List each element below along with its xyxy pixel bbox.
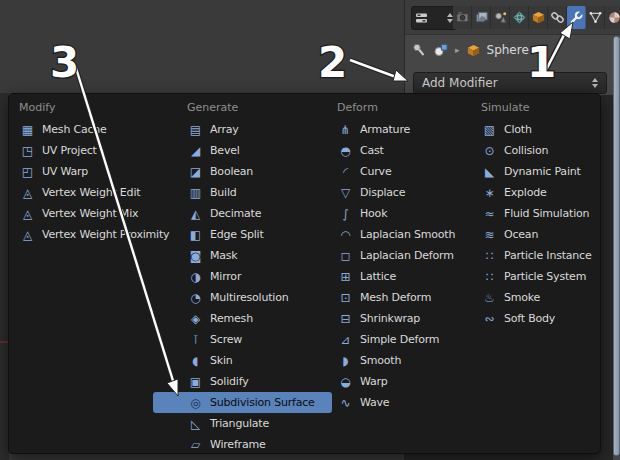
tab-render-layers[interactable] <box>472 6 491 29</box>
displace-icon: ▽ <box>337 186 354 200</box>
solidify-icon: ▣ <box>187 375 204 389</box>
menu-item-skin[interactable]: ◖Skin <box>187 350 332 371</box>
menu-item-laplacian-deform[interactable]: ◻Laplacian Deform <box>337 245 455 266</box>
tab-modifiers[interactable] <box>567 6 586 29</box>
menu-item-vertex-weight-edit[interactable]: ◬Vertex Weight Edit <box>19 182 169 203</box>
menu-item-collision[interactable]: ⊙Collision <box>481 140 592 161</box>
scene-icon <box>493 10 508 25</box>
cast-icon: ◓ <box>337 144 354 158</box>
menu-item-boolean[interactable]: ◪Boolean <box>187 161 332 182</box>
object-data-icon <box>588 10 603 25</box>
menu-item-soft-body[interactable]: ∾Soft Body <box>481 308 592 329</box>
tab-object[interactable] <box>529 6 548 29</box>
tab-world[interactable] <box>510 6 529 29</box>
menu-item-label: Cloth <box>504 123 532 136</box>
menu-item-label: Shrinkwrap <box>360 312 420 325</box>
add-modifier-menu: Modify ▦Mesh Cache◳UV Project◰UV Warp◬Ve… <box>8 93 601 454</box>
remesh-icon: ◈ <box>187 312 204 326</box>
menu-item-decimate[interactable]: ◭Decimate <box>187 203 332 224</box>
menu-item-displace[interactable]: ▽Displace <box>337 182 455 203</box>
menu-item-shrinkwrap[interactable]: ⊟Shrinkwrap <box>337 308 455 329</box>
menu-item-label: Ocean <box>504 228 538 241</box>
triangulate-icon: ◺ <box>187 417 204 431</box>
particle-instance-icon: ∷ <box>481 249 498 263</box>
menu-item-hook[interactable]: ∫Hook <box>337 203 455 224</box>
menu-item-build[interactable]: ▥Build <box>187 182 332 203</box>
menu-item-solidify[interactable]: ▣Solidify <box>187 371 332 392</box>
menu-item-vertex-weight-mix[interactable]: ◬Vertex Weight Mix <box>19 203 169 224</box>
dynamic-paint-icon: ◣ <box>481 165 498 179</box>
tab-object-data[interactable] <box>586 6 605 29</box>
menu-item-vertex-weight-proximity[interactable]: ◬Vertex Weight Proximity <box>19 224 169 245</box>
menu-item-label: Cast <box>360 144 384 157</box>
properties-tab-strip <box>453 6 620 29</box>
menu-item-particle-instance[interactable]: ∷Particle Instance <box>481 245 592 266</box>
menu-item-label: Wave <box>360 396 389 409</box>
menu-item-label: Array <box>210 123 239 136</box>
menu-item-lattice[interactable]: ⊞Lattice <box>337 266 455 287</box>
menu-item-simple-deform[interactable]: ⊿Simple Deform <box>337 329 455 350</box>
menu-column-deform: Deform ⋔Armature◓Cast◜Curve▽Displace∫Hoo… <box>337 100 455 413</box>
menu-item-bevel[interactable]: ◢Bevel <box>187 140 332 161</box>
menu-item-mesh-deform[interactable]: ⊡Mesh Deform <box>337 287 455 308</box>
menu-item-label: Particle System <box>504 270 586 283</box>
menu-item-wireframe[interactable]: ▱Wireframe <box>187 434 332 455</box>
tab-scene[interactable] <box>491 6 510 29</box>
vertex-weight-mix-icon: ◬ <box>19 207 36 221</box>
breadcrumb: ▸ Sphere <box>411 36 529 64</box>
menu-column-modify: Modify ▦Mesh Cache◳UV Project◰UV Warp◬Ve… <box>19 100 169 245</box>
menu-item-dynamic-paint[interactable]: ◣Dynamic Paint <box>481 161 592 182</box>
menu-item-warp[interactable]: ◒Warp <box>337 371 455 392</box>
render-icon <box>455 10 470 25</box>
menu-item-curve[interactable]: ◜Curve <box>337 161 455 182</box>
menu-item-mask[interactable]: ◙Mask <box>187 245 332 266</box>
menu-item-ocean[interactable]: ≋Ocean <box>481 224 592 245</box>
menu-item-label: UV Project <box>42 144 97 157</box>
add-modifier-dropdown[interactable]: Add Modifier <box>413 72 607 94</box>
menu-item-fluid-simulation[interactable]: ≈Fluid Simulation <box>481 203 592 224</box>
menu-item-laplacian-smooth[interactable]: ◠Laplacian Smooth <box>337 224 455 245</box>
menu-item-label: Skin <box>210 354 233 367</box>
menu-item-particle-system[interactable]: ∷Particle System <box>481 266 592 287</box>
menu-item-triangulate[interactable]: ◺Triangulate <box>187 413 332 434</box>
material-icon <box>607 10 620 25</box>
panel-scrollbar[interactable] <box>613 36 620 456</box>
menu-item-uv-warp[interactable]: ◰UV Warp <box>19 161 169 182</box>
tab-material[interactable] <box>605 6 620 29</box>
menu-item-label: Triangulate <box>210 417 269 430</box>
menu-item-subdivision-surface[interactable]: ◎Subdivision Surface <box>153 392 332 413</box>
menu-item-remesh[interactable]: ◈Remesh <box>187 308 332 329</box>
menu-item-screw[interactable]: ⊺Screw <box>187 329 332 350</box>
object-name: Sphere <box>487 43 529 57</box>
editor-type-selector[interactable] <box>411 6 457 30</box>
menu-item-cast[interactable]: ◓Cast <box>337 140 455 161</box>
pin-icon[interactable] <box>411 42 427 58</box>
menu-item-label: Wireframe <box>210 438 266 451</box>
cloth-icon: ▧ <box>481 123 498 137</box>
menu-item-smoke[interactable]: ♨Smoke <box>481 287 592 308</box>
tab-constraints[interactable] <box>548 6 567 29</box>
menu-item-mirror[interactable]: ◑Mirror <box>187 266 332 287</box>
subdivision-surface-icon: ◎ <box>187 396 204 410</box>
menu-item-cloth[interactable]: ▧Cloth <box>481 119 592 140</box>
menu-item-wave[interactable]: ∿Wave <box>337 392 455 413</box>
menu-item-edge-split[interactable]: ◧Edge Split <box>187 224 332 245</box>
menu-item-label: Simple Deform <box>360 333 439 346</box>
menu-item-multiresolution[interactable]: ◔Multiresolution <box>187 287 332 308</box>
uv-project-icon: ◳ <box>19 144 36 158</box>
menu-item-explode[interactable]: ∗Explode <box>481 182 592 203</box>
menu-item-mesh-cache[interactable]: ▦Mesh Cache <box>19 119 169 140</box>
menu-item-array[interactable]: ▤Array <box>187 119 332 140</box>
menu-item-label: Vertex Weight Proximity <box>42 228 169 241</box>
menu-item-label: Collision <box>504 144 548 157</box>
menu-item-label: Edge Split <box>210 228 264 241</box>
tab-render[interactable] <box>453 6 472 29</box>
menu-item-armature[interactable]: ⋔Armature <box>337 119 455 140</box>
world-icon <box>512 10 527 25</box>
menu-item-smooth[interactable]: ◗Smooth <box>337 350 455 371</box>
skin-icon: ◖ <box>187 354 204 368</box>
boolean-icon: ◪ <box>187 165 204 179</box>
screw-icon: ⊺ <box>187 333 204 347</box>
vertex-weight-proximity-icon: ◬ <box>19 228 36 242</box>
menu-item-uv-project[interactable]: ◳UV Project <box>19 140 169 161</box>
